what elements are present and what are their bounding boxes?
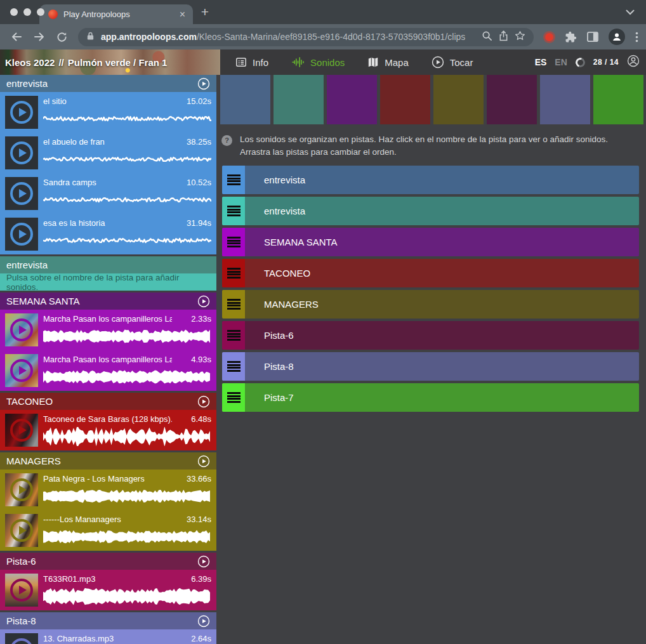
hint: ? Los sonidos se organizan en pistas. Ha… [221, 133, 640, 159]
zoom-page-icon[interactable] [482, 30, 492, 44]
track-header[interactable]: entrevista [0, 75, 216, 92]
track-name: SEMANA SANTA [6, 296, 80, 306]
clip-thumbnail[interactable] [5, 177, 38, 210]
drag-handle-icon[interactable] [222, 383, 245, 412]
drag-handle-icon[interactable] [222, 197, 245, 225]
clip[interactable]: Taconeo de Sara Baras (128 kbps).mp36.48… [0, 410, 216, 450]
clip[interactable]: Pata Negra - Los Managers33.66s [0, 470, 216, 510]
clip[interactable]: Marcha Pasan los campanilleros Las Mejor… [0, 350, 216, 391]
track-header[interactable]: Pista-6 [0, 553, 216, 570]
clip-play-icon[interactable] [5, 514, 38, 547]
track-play-button[interactable] [197, 615, 210, 628]
track-header[interactable]: MANAGERS [0, 452, 216, 470]
clip-thumbnail[interactable] [5, 354, 38, 387]
nav-tocar[interactable]: Tocar [432, 56, 473, 69]
track-row[interactable]: Pista-7 [222, 383, 639, 412]
clip-thumbnail[interactable] [5, 313, 38, 346]
back-button[interactable] [10, 30, 23, 43]
clip-play-icon[interactable] [5, 177, 38, 210]
clip[interactable]: esa es la historia31.94s [0, 214, 216, 254]
map-icon [367, 56, 379, 68]
clip-thumbnail[interactable] [5, 136, 38, 169]
track-row[interactable]: Pista-6 [222, 321, 639, 350]
clip-play-icon[interactable] [5, 354, 38, 387]
tab-search-chevron-icon[interactable] [626, 6, 635, 18]
browser-tab[interactable]: Play Antropoloops × [39, 4, 193, 24]
lang-es[interactable]: ES [535, 57, 547, 67]
clip-thumbnail[interactable] [5, 414, 38, 447]
address-bar[interactable]: app.antropoloops.com/Kleos-Santa-Marina/… [78, 28, 534, 46]
lang-en[interactable]: EN [555, 57, 567, 67]
clip-thumbnail[interactable] [5, 96, 38, 129]
account-icon[interactable] [627, 55, 640, 70]
clip-play-icon[interactable] [5, 136, 38, 169]
clip[interactable]: T633R01.mp36.39s [0, 570, 216, 610]
split-screen-icon[interactable] [587, 32, 598, 42]
clip-thumbnail[interactable] [5, 218, 38, 251]
track-play-button[interactable] [197, 395, 210, 408]
clip-thumbnail[interactable] [5, 574, 38, 607]
drag-handle-icon[interactable] [222, 352, 245, 381]
clip-play-icon[interactable] [5, 414, 38, 447]
record-indicator-icon[interactable] [545, 33, 553, 41]
track-row[interactable]: MANAGERS [222, 290, 639, 319]
window-minimize-button[interactable] [23, 8, 31, 16]
browser-menu-kebab-icon[interactable] [635, 32, 638, 43]
track-row[interactable]: Pista-8 [222, 352, 639, 381]
track-header[interactable]: Pista-8 [0, 612, 216, 629]
reload-button[interactable] [56, 31, 68, 43]
profile-avatar[interactable] [609, 29, 625, 45]
clip[interactable]: Sandra camps10.52s [0, 173, 216, 214]
clip-waveform [43, 367, 211, 386]
forward-button[interactable] [33, 30, 46, 43]
track-header[interactable]: entrevista [0, 256, 216, 273]
drag-handle-icon[interactable] [222, 290, 245, 319]
nav-info[interactable]: Info [235, 56, 268, 68]
clip-play-icon[interactable] [5, 218, 38, 251]
track-play-button[interactable] [197, 455, 210, 468]
clip[interactable]: Marcha Pasan los campanilleros Las Mejor… [0, 310, 216, 350]
tab-close-icon[interactable]: × [178, 10, 187, 20]
track-row-name: SEMANA SANTA [245, 228, 338, 256]
extensions-puzzle-icon[interactable] [565, 31, 577, 43]
clip-thumbnail[interactable] [5, 473, 38, 506]
clip[interactable]: ------Los Mananagers33.14s [0, 510, 216, 551]
drag-handle-icon[interactable] [222, 228, 245, 256]
clip-thumbnail[interactable] [5, 514, 38, 547]
clip-thumbnail[interactable] [5, 633, 38, 644]
track-row[interactable]: SEMANA SANTA [222, 228, 639, 256]
drag-handle-icon[interactable] [222, 259, 245, 287]
share-icon[interactable] [499, 30, 508, 44]
clip-play-icon[interactable] [5, 96, 38, 129]
clip-play-icon[interactable] [5, 633, 38, 644]
track-play-button[interactable] [197, 295, 210, 308]
clip[interactable]: 13. Charradas.mp32.64s [0, 629, 216, 644]
clip-play-icon[interactable] [5, 313, 38, 346]
clips-counter: 28 / 14 [593, 58, 619, 67]
track-color-swatch [487, 75, 537, 124]
drag-handle-icon[interactable] [222, 321, 245, 350]
project-banner[interactable]: Kleos 2022//Pulmón verde / Fran 1 [0, 49, 220, 75]
bookmark-star-icon[interactable] [515, 30, 525, 44]
clip-play-icon[interactable] [5, 473, 38, 506]
track-section: entrevistael sitio15.02sel abuelo de fra… [0, 75, 216, 254]
clip-play-icon[interactable] [5, 574, 38, 607]
track-header[interactable]: SEMANA SANTA [0, 292, 216, 310]
track-row[interactable]: entrevista [222, 166, 639, 194]
track-row[interactable]: entrevista [222, 197, 639, 225]
nav-mapa[interactable]: Mapa [367, 56, 409, 68]
track-header[interactable]: TACONEO [0, 393, 216, 410]
window-close-button[interactable] [10, 8, 18, 16]
clip-name: Sandra camps [43, 178, 172, 187]
window-controls[interactable] [10, 8, 44, 16]
clip-duration: 15.02s [187, 96, 211, 106]
track-play-button[interactable] [197, 555, 210, 568]
track-row[interactable]: TACONEO [222, 259, 639, 287]
clip[interactable]: el abuelo de fran38.25s [0, 133, 216, 173]
window-zoom-button[interactable] [37, 8, 44, 16]
track-play-button[interactable] [197, 77, 210, 90]
clip[interactable]: el sitio15.02s [0, 92, 216, 133]
drag-handle-icon[interactable] [222, 166, 245, 194]
new-tab-button[interactable]: + [195, 3, 214, 22]
nav-sonidos[interactable]: Sonidos [291, 56, 345, 68]
